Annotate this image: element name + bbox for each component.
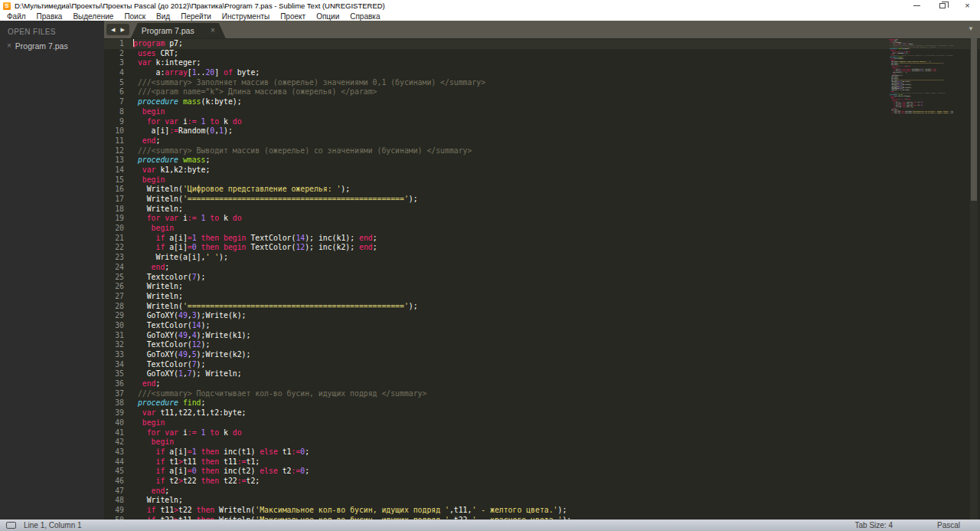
code-line[interactable]: 47 end; (104, 487, 980, 497)
code-line[interactable]: 18 Writeln; (104, 205, 980, 215)
vertical-scrollbar[interactable] (970, 38, 978, 520)
line-number: 28 (104, 302, 124, 312)
tab-nav-arrows[interactable]: ◀ ▶ (106, 24, 129, 35)
next-tab-icon[interactable]: ▶ (120, 27, 124, 32)
code-line[interactable]: 48 Writeln; (104, 496, 980, 506)
line-content: ///<param name="k"> Длина массива (ожере… (133, 87, 377, 97)
prev-tab-icon[interactable]: ◀ (111, 27, 115, 32)
code-line[interactable]: 49 if t11>t22 then Writeln('Максимальное… (104, 506, 980, 516)
code-line[interactable]: 39 var t11,t22,t1,t2:byte; (104, 408, 980, 418)
code-line[interactable]: 2 uses CRT; (104, 49, 980, 59)
menu-item[interactable]: Опции (311, 11, 345, 21)
minimap[interactable]: program p7; uses CRT; var k:integer; a:a… (889, 39, 953, 114)
line-number: 30 (104, 321, 124, 331)
menu-item[interactable]: Вид (151, 11, 175, 21)
menu-item[interactable]: Файл (2, 11, 31, 21)
line-number: 37 (104, 389, 124, 399)
console-icon[interactable] (6, 522, 16, 529)
title-bar: S D:\Мультимедиа\Проекты\Проекты Pascal … (0, 0, 980, 11)
code-line[interactable]: 5 ///<summary> Заполняет массив (ожерель… (104, 78, 980, 88)
line-number: 41 (104, 428, 124, 438)
code-line[interactable]: 19 for var i:= 1 to k do (104, 214, 980, 224)
code-line[interactable]: 28 Writeln('============================… (104, 302, 980, 312)
code-line[interactable]: 34 TextColor(7); (104, 360, 980, 370)
close-button[interactable]: × (955, 0, 980, 11)
code-line[interactable]: 15 begin (104, 175, 980, 185)
code-line[interactable]: 16 Writeln('Цифровое представление ожере… (104, 185, 980, 195)
code-line[interactable]: 29 GoToXY(49,3);Write(k); (104, 311, 980, 321)
line-content: if a[i]=1 then begin TextColor(14); inc(… (133, 234, 377, 244)
code-line[interactable]: 17 Writeln('============================… (104, 195, 980, 205)
line-content: ///<summary> Выводит массив (ожерелье) с… (133, 146, 472, 156)
code-line[interactable]: 6 ///<param name="k"> Длина массива (оже… (104, 87, 980, 97)
line-content: GoToXY(49,3);Write(k); (133, 311, 246, 321)
menu-item[interactable]: Перейти (175, 11, 217, 21)
code-line[interactable]: 8 begin (104, 107, 980, 117)
open-file-item[interactable]: ×Program 7.pas (0, 40, 104, 52)
code-line[interactable]: 20 begin (104, 224, 980, 234)
restore-button[interactable] (929, 0, 955, 11)
code-line[interactable]: 14 var k1,k2:byte; (104, 166, 980, 175)
file-close-icon[interactable]: × (7, 42, 11, 50)
code-line[interactable]: 37 ///<summary> Подсчитывает кол-во буси… (104, 389, 980, 399)
menu-item[interactable]: Проект (275, 11, 311, 21)
menu-item[interactable]: Выделение (67, 11, 119, 21)
code-line[interactable]: 42 begin (104, 438, 980, 447)
code-line[interactable]: 13 procedure wmass; (104, 156, 980, 166)
code-line[interactable]: 46 if t2>t22 then t22:=t2; (104, 477, 980, 487)
line-number: 12 (104, 146, 124, 156)
code-line[interactable]: 43 if a[i]=1 then inc(t1) else t1:=0; (104, 447, 980, 457)
line-number: 46 (104, 477, 124, 487)
menu-item[interactable]: Справка (345, 11, 385, 21)
code-line[interactable]: 30 TextColor(14); (104, 321, 980, 331)
code-line[interactable]: 22 if a[i]=0 then begin TextColor(12); i… (104, 243, 980, 253)
tab-close-icon[interactable]: × (211, 27, 215, 34)
code-line[interactable]: 38 procedure find; (104, 398, 980, 408)
menu-item[interactable]: Правка (31, 11, 68, 21)
line-content: var k1,k2:byte; (133, 166, 210, 175)
line-content: for var i:= 1 to k do (133, 428, 242, 438)
code-line[interactable]: 12 ///<summary> Выводит массив (ожерелье… (104, 146, 980, 156)
code-line[interactable]: 27 Writeln; (104, 292, 980, 302)
code-line[interactable]: 50 if t22>t11 then Writeln('Максимальное… (104, 516, 980, 520)
tab-program-7-pas[interactable]: Program 7.pas × (131, 23, 226, 38)
code-line[interactable]: 25 Textcolor(7); (104, 273, 980, 283)
menu-item[interactable]: Поиск (119, 11, 151, 21)
editor[interactable]: 1program p7;2 uses CRT;3 var k:integer;4… (104, 38, 980, 520)
code-line[interactable]: 33 GoToXY(49,5);Write(k2); (104, 350, 980, 360)
line-content: Writeln; (133, 205, 183, 215)
minimize-button[interactable] (904, 0, 929, 11)
line-content: uses CRT; (133, 49, 178, 59)
code-line[interactable]: 23 Write(a[i],' '); (104, 253, 980, 263)
line-content: procedure mass(k:byte); (133, 97, 242, 107)
code-line[interactable]: 9 for var i:= 1 to k do (104, 117, 980, 127)
code-line[interactable]: 35 GoToXY(1,7); Writeln; (104, 369, 980, 379)
line-number: 49 (104, 506, 124, 516)
tab-overflow-icon[interactable]: ▼ (968, 26, 974, 32)
code-line[interactable]: 7 procedure mass(k:byte); (104, 97, 980, 107)
code-line[interactable]: 41 for var i:= 1 to k do (104, 428, 980, 438)
code-line[interactable]: 1program p7; (104, 39, 980, 49)
code-line[interactable]: 4 a:array[1..20] of byte; (104, 68, 980, 78)
minimap-line: if t22>t11 then Writeln('Максимальное ко… (889, 113, 953, 114)
menu-item[interactable]: Инструменты (217, 11, 275, 21)
tab-size-indicator[interactable]: Tab Size: 4 (855, 521, 893, 529)
code-line[interactable]: 3 var k:integer; (104, 58, 980, 68)
code-line[interactable]: 10 a[i]:=Random(0,1); (104, 126, 980, 136)
line-number: 11 (104, 136, 124, 146)
code-line[interactable]: 26 Writeln; (104, 282, 980, 292)
code-line[interactable]: 36 end; (104, 379, 980, 389)
code-line[interactable]: 44 if t1>t11 then t11:=t1; (104, 457, 980, 467)
line-number: 50 (104, 516, 124, 520)
scrollbar-thumb[interactable] (971, 38, 977, 201)
syntax-indicator[interactable]: Pascal (937, 521, 960, 529)
code-line[interactable]: 40 begin (104, 418, 980, 428)
code-line[interactable]: 21 if a[i]=1 then begin TextColor(14); i… (104, 234, 980, 244)
code-line[interactable]: 11 end; (104, 136, 980, 146)
code-line[interactable]: 32 TextColor(12); (104, 340, 980, 350)
code-line[interactable]: 31 GoToXY(49,4);Write(k1); (104, 331, 980, 341)
line-content: if a[i]=1 then inc(t1) else t1:=0; (133, 447, 309, 457)
line-number: 5 (104, 78, 124, 88)
code-line[interactable]: 45 if a[i]=0 then inc(t2) else t2:=0; (104, 467, 980, 477)
code-line[interactable]: 24 end; (104, 263, 980, 273)
